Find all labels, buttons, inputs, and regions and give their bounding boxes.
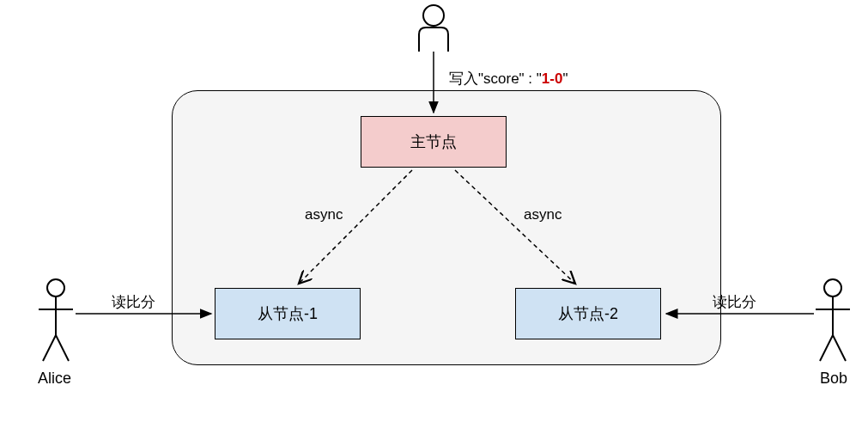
svg-point-7 bbox=[824, 279, 841, 296]
replica-2-label: 从节点-2 bbox=[558, 303, 618, 324]
write-value: 1-0 bbox=[542, 70, 563, 87]
referee-icon bbox=[419, 5, 448, 52]
svg-line-10 bbox=[820, 335, 833, 361]
bob-label: Bob bbox=[820, 370, 847, 388]
async-label-1: async bbox=[305, 206, 343, 223]
write-label: 写入"score" : "1-0" bbox=[449, 69, 568, 89]
write-prefix: 写入"score" : " bbox=[449, 70, 542, 87]
primary-node: 主节点 bbox=[361, 116, 507, 168]
read-label-bob: 读比分 bbox=[713, 292, 756, 312]
svg-line-5 bbox=[43, 335, 56, 361]
read-label-alice: 读比分 bbox=[112, 292, 155, 312]
replica-node-1: 从节点-1 bbox=[215, 288, 361, 339]
alice-label: Alice bbox=[38, 370, 71, 388]
replica-node-2: 从节点-2 bbox=[515, 288, 661, 339]
svg-line-6 bbox=[56, 335, 69, 361]
svg-line-11 bbox=[833, 335, 846, 361]
svg-point-1 bbox=[423, 5, 444, 26]
svg-point-2 bbox=[47, 279, 64, 296]
write-suffix: " bbox=[562, 70, 568, 87]
bob-icon bbox=[816, 279, 850, 361]
alice-icon bbox=[39, 279, 73, 361]
replica-1-label: 从节点-1 bbox=[258, 303, 318, 324]
primary-node-label: 主节点 bbox=[410, 131, 457, 152]
async-label-2: async bbox=[524, 206, 561, 223]
